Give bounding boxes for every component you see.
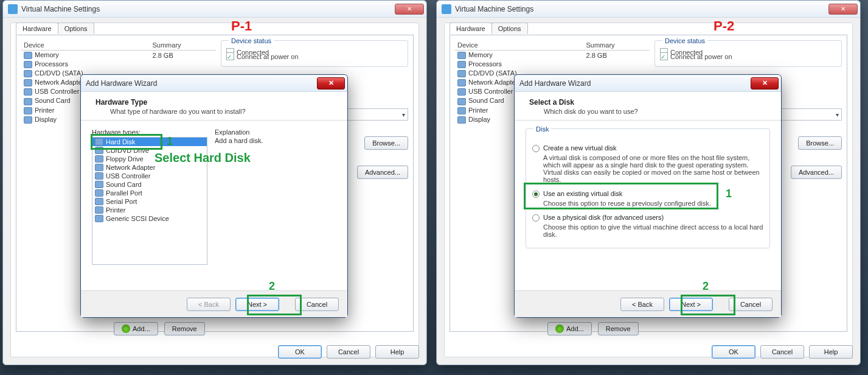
wizard-cancel-button[interactable]: Cancel — [729, 298, 773, 311]
radio-use-physical[interactable]: Use a physical disk (for advanced users) — [531, 212, 765, 223]
back-button[interactable]: < Back — [620, 298, 664, 311]
usb-icon — [95, 172, 103, 180]
wizard-close-button[interactable]: ✕ — [751, 77, 779, 89]
hw-item-scsi[interactable]: Generic SCSI Device — [92, 214, 207, 223]
usb-icon — [457, 88, 466, 96]
col-summary: Summary — [583, 40, 650, 51]
wizard-header: Hardware Type What type of hardware do y… — [81, 92, 347, 121]
checkbox-icon — [226, 52, 234, 60]
table-row[interactable]: Processors — [455, 60, 650, 69]
cd-icon — [457, 70, 466, 77]
help-button[interactable]: Help — [375, 345, 419, 359]
cancel-button[interactable]: Cancel — [760, 345, 804, 359]
browse-button[interactable]: Browse... — [364, 136, 408, 150]
tab-hardware[interactable]: Hardware — [450, 23, 492, 34]
add-hardware-wizard: Add Hardware Wizard ✕ Hardware Type What… — [80, 74, 348, 318]
hw-item-printer[interactable]: Printer — [92, 206, 207, 214]
device-status-title: Device status — [662, 37, 707, 44]
hw-item-usb[interactable]: USB Controller — [92, 172, 207, 180]
radio-use-existing-desc: Choose this option to reuse a previously… — [543, 200, 765, 207]
table-row[interactable]: Memory2.8 GB — [21, 51, 216, 60]
back-button[interactable]: < Back — [187, 298, 231, 311]
wizard-close-button[interactable]: ✕ — [317, 77, 345, 89]
advanced-button[interactable]: Advanced... — [357, 166, 408, 179]
next-button[interactable]: Next > — [235, 298, 279, 311]
add-icon — [122, 324, 130, 333]
hardware-types-list[interactable]: Hard Disk CD/DVD Drive Floppy Drive Netw… — [92, 137, 207, 265]
add-hardware-button[interactable]: Add... — [114, 322, 158, 335]
window-close-button[interactable]: ✕ — [395, 4, 424, 15]
advanced-button[interactable]: Advanced... — [791, 166, 842, 179]
ok-button[interactable]: OK — [278, 345, 322, 359]
remove-hardware-button[interactable]: Remove — [164, 322, 205, 335]
settings-tabs: Hardware Options — [450, 23, 857, 34]
radio-icon — [532, 214, 540, 222]
table-row[interactable]: Memory2.8 GB — [455, 51, 650, 60]
ok-button[interactable]: OK — [712, 345, 755, 359]
explanation-label: Explanation — [215, 128, 336, 136]
next-button[interactable]: Next > — [669, 298, 713, 311]
browse-button[interactable]: Browse... — [798, 136, 842, 150]
col-device: Device — [455, 40, 583, 51]
connect-at-power-row[interactable]: Connect at power on — [226, 52, 403, 60]
wizard-title: Add Hardware Wizard — [86, 79, 317, 88]
radio-icon — [532, 145, 540, 152]
hardware-types-label: Hardware types: — [92, 128, 207, 136]
app-icon — [8, 4, 18, 14]
settings-titlebar: Virtual Machine Settings ✕ — [437, 1, 860, 18]
radio-create-new-desc: A virtual disk is composed of one or mor… — [543, 154, 765, 183]
hw-item-sound[interactable]: Sound Card — [92, 180, 207, 189]
tab-options[interactable]: Options — [58, 23, 94, 34]
settings-tabs: Hardware Options — [16, 23, 423, 34]
wizard-titlebar: Add Hardware Wizard ✕ — [81, 75, 347, 92]
settings-title: Virtual Machine Settings — [455, 5, 828, 13]
add-icon — [555, 324, 564, 333]
connect-at-power-row[interactable]: Connect at power on — [660, 52, 836, 60]
app-icon — [442, 4, 451, 14]
explanation-text: Add a hard disk. — [215, 137, 336, 144]
table-row[interactable]: Processors — [21, 60, 216, 69]
printer-icon — [95, 206, 103, 214]
device-status-group: Device status Connected Connect at power… — [221, 40, 408, 67]
wizard-body: Disk Create a new virtual disk A virtual… — [515, 122, 781, 290]
radio-icon — [532, 191, 540, 198]
sound-icon — [24, 98, 32, 105]
settings-footer: OK Cancel Help — [712, 345, 853, 359]
sound-icon — [457, 98, 466, 105]
memory-icon — [24, 52, 32, 59]
hw-item-serial[interactable]: Serial Port — [92, 197, 207, 206]
panel-p2: Virtual Machine Settings ✕ Hardware Opti… — [434, 0, 867, 375]
hw-item-floppy[interactable]: Floppy Drive — [92, 155, 207, 163]
settings-titlebar: Virtual Machine Settings ✕ — [3, 1, 426, 18]
wizard-footer: < Back Next > Cancel — [81, 290, 347, 317]
usb-icon — [24, 88, 32, 96]
col-device: Device — [21, 40, 150, 51]
cpu-icon — [24, 61, 32, 68]
radio-use-existing[interactable]: Use an existing virtual disk — [531, 188, 765, 200]
wizard-cancel-button[interactable]: Cancel — [295, 298, 339, 311]
disk-group-title: Disk — [533, 125, 551, 133]
parallel-icon — [95, 189, 103, 197]
scsi-icon — [95, 215, 103, 222]
hw-item-nic[interactable]: Network Adapter — [92, 163, 207, 172]
hw-item-parallel[interactable]: Parallel Port — [92, 189, 207, 197]
help-button[interactable]: Help — [809, 345, 853, 359]
radio-create-new[interactable]: Create a new virtual disk — [531, 142, 765, 154]
tab-hardware[interactable]: Hardware — [16, 23, 58, 34]
sound-icon — [95, 181, 103, 188]
remove-hardware-button[interactable]: Remove — [598, 322, 639, 335]
panel-p1: Virtual Machine Settings ✕ Hardware Opti… — [0, 0, 434, 375]
tab-options[interactable]: Options — [491, 23, 528, 34]
checkbox-icon — [660, 52, 668, 60]
wizard-footer: < Back Next > Cancel — [515, 290, 781, 317]
hw-item-hard-disk[interactable]: Hard Disk — [92, 138, 207, 146]
window-buttons: ✕ — [395, 4, 424, 15]
add-hardware-button[interactable]: Add... — [547, 322, 592, 335]
hw-item-cddvd[interactable]: CD/DVD Drive — [92, 146, 207, 155]
window-close-button[interactable]: ✕ — [828, 4, 858, 15]
wizard-title: Add Hardware Wizard — [519, 79, 751, 88]
cancel-button[interactable]: Cancel — [327, 345, 370, 359]
display-icon — [24, 116, 32, 124]
wizard-header: Select a Disk Which disk do you want to … — [515, 92, 781, 121]
hard-disk-icon — [95, 138, 103, 145]
